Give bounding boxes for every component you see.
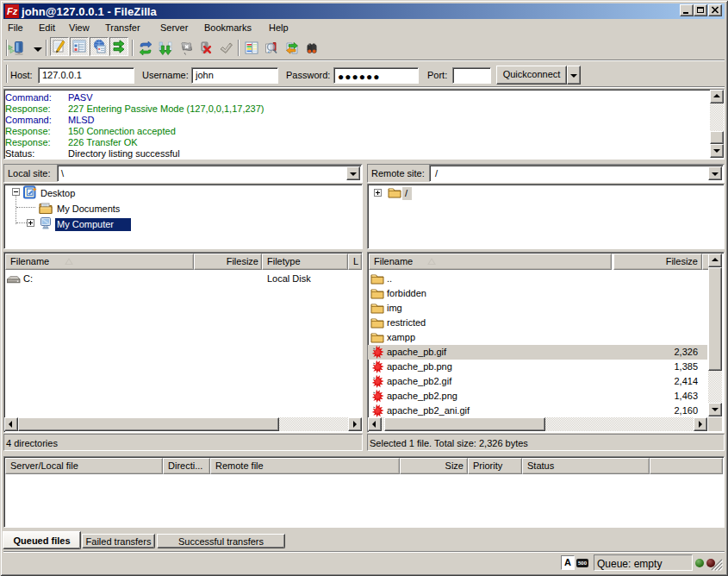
svg-text:Fz: Fz (7, 6, 18, 16)
